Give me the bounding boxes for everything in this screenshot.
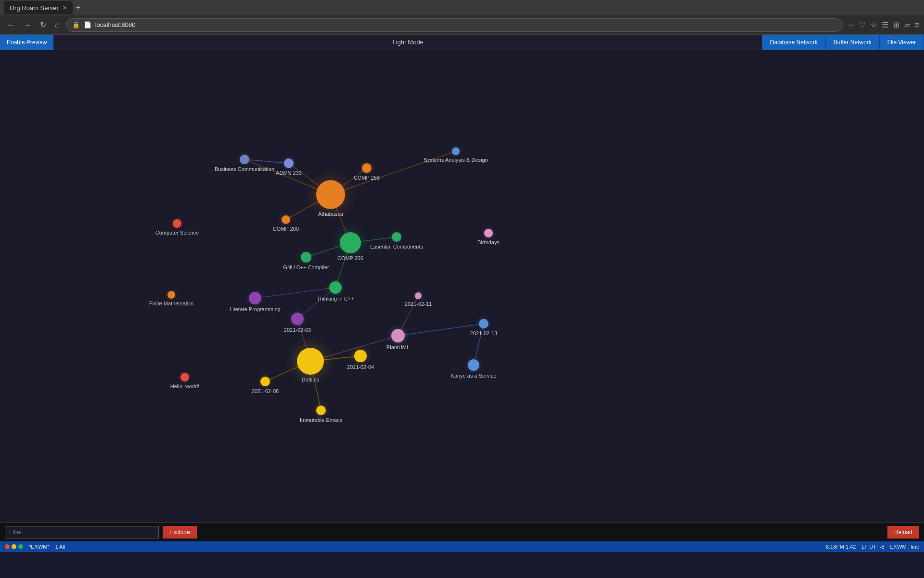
node-date_2021_02_11[interactable] xyxy=(415,292,422,299)
status-workspace: *EXWM* xyxy=(29,544,50,550)
svg-line-8 xyxy=(255,288,335,298)
node-label-admn233: ADMN 233 xyxy=(276,170,302,176)
node-label-literate_prog: Literate Programming xyxy=(230,306,281,312)
node-gnu_cpp[interactable] xyxy=(301,252,311,263)
more-icon[interactable]: ··· xyxy=(847,21,853,29)
node-kanye[interactable] xyxy=(468,359,479,371)
app-bar: Enable Preview Light Mode Database Netwo… xyxy=(0,35,924,50)
home-button[interactable]: ⌂ xyxy=(52,20,62,30)
nav-tabs: Database Network Buffer Network File Vie… xyxy=(762,35,924,50)
node-label-thinking_cpp: Thinking in C++ xyxy=(317,296,354,302)
node-date_2021_02_03[interactable] xyxy=(291,313,304,325)
tab-title: Org Roam Server xyxy=(10,4,59,12)
node-date_2021_02_08[interactable] xyxy=(260,377,270,386)
node-plantuml[interactable] xyxy=(391,329,405,342)
tab-database-network[interactable]: Database Network xyxy=(762,35,826,50)
light-mode-label: Light Mode xyxy=(53,39,762,46)
node-admn233[interactable] xyxy=(284,158,294,168)
bottom-bar: Exclude Reload xyxy=(0,522,924,541)
browser-tab[interactable]: Org Roam Server ✕ xyxy=(4,1,73,14)
node-athabasca[interactable] xyxy=(316,180,345,209)
node-label-date_2021_02_11: 2021-02-11 xyxy=(405,301,432,307)
toolbar-icons: ··· ♡ ☆ ☰ ⊞ ▱ ≡ xyxy=(847,20,919,29)
status-bar: *EXWM* 1 All 8:18PM 1.42 LF UTF-8 EXWM :… xyxy=(0,541,924,552)
svg-line-9 xyxy=(297,288,335,319)
node-date_2021_02_04[interactable] xyxy=(354,350,367,362)
grid-icon[interactable]: ⊞ xyxy=(893,20,899,29)
node-label-finite_math: Finite Mathematics xyxy=(149,301,193,306)
enable-preview-button[interactable]: Enable Preview xyxy=(0,35,53,50)
status-time: 8:18PM 1.42 xyxy=(826,544,856,550)
node-label-computer_science: Computer Science xyxy=(155,230,199,236)
svg-line-20 xyxy=(244,159,289,163)
node-label-date_2021_02_03: 2021-02-03 xyxy=(284,327,311,333)
node-systems_analysis[interactable] xyxy=(452,147,460,155)
bookmark-icon[interactable]: ♡ xyxy=(859,20,865,29)
node-label-comp200: COMP 200 xyxy=(273,226,299,232)
node-label-comp268: COMP 268 xyxy=(354,175,380,181)
node-business_comm[interactable] xyxy=(240,155,249,164)
address-bar-row: ← → ↻ ⌂ 🔒 📄 localhost:8080 ··· ♡ ☆ ☰ ⊞ ▱… xyxy=(0,15,924,35)
node-birthdays[interactable] xyxy=(484,229,493,237)
new-tab-button[interactable]: + xyxy=(73,3,84,13)
node-label-birthdays: Birthdays xyxy=(477,239,500,245)
dot-red xyxy=(5,544,10,549)
node-hello_world[interactable] xyxy=(180,373,189,381)
dot-green xyxy=(18,544,23,549)
tab-file-viewer[interactable]: File Viewer xyxy=(880,35,924,50)
security-icon: 🔒 xyxy=(72,21,80,28)
status-encoding: LF UTF-8 xyxy=(861,544,884,550)
reading-icon[interactable]: ☰ xyxy=(882,20,888,29)
refresh-button[interactable]: ↻ xyxy=(38,19,49,30)
node-label-comp206: COMP 206 xyxy=(337,255,363,261)
exclude-button[interactable]: Exclude xyxy=(163,526,197,539)
node-comp200[interactable] xyxy=(282,215,290,224)
node-label-kanye: Kanye as a Service xyxy=(451,373,497,379)
node-immutable_emacs[interactable] xyxy=(316,406,326,415)
node-label-gnu_cpp: GNU C++ Compiler xyxy=(283,264,329,270)
dot-yellow xyxy=(12,544,16,549)
node-label-date_2021_02_04: 2021-02-04 xyxy=(347,364,374,370)
node-label-immutable_emacs: Immutable Emacs xyxy=(300,417,342,423)
node-label-date_2021_02_13: 2021-02-13 xyxy=(470,330,497,336)
node-dotfiles[interactable] xyxy=(297,348,324,375)
svg-line-19 xyxy=(331,151,456,195)
address-bar[interactable]: 🔒 📄 localhost:8080 xyxy=(66,18,844,32)
filter-input[interactable] xyxy=(5,526,159,539)
graph-area: AthabascaCOMP 206ADMN 233COMP 268Busines… xyxy=(0,50,924,522)
tab-bar: Org Roam Server ✕ + xyxy=(0,0,924,15)
split-icon[interactable]: ▱ xyxy=(904,20,910,29)
status-dots xyxy=(5,544,23,549)
node-finite_math[interactable] xyxy=(167,291,175,299)
node-label-systems_analysis: Systems Analysis & Design xyxy=(424,157,488,163)
status-mode: EXWM : line xyxy=(890,544,919,550)
node-label-date_2021_02_08: 2021-02-08 xyxy=(252,388,279,394)
node-label-business_comm: Business Communication xyxy=(215,166,274,172)
tab-buffer-network[interactable]: Buffer Network xyxy=(826,35,880,50)
star-icon[interactable]: ☆ xyxy=(870,20,877,29)
menu-icon[interactable]: ≡ xyxy=(915,21,919,29)
status-window: 1 All xyxy=(55,544,65,550)
node-comp268[interactable] xyxy=(362,163,372,173)
node-label-hello_world: Hello, world! xyxy=(170,383,200,389)
back-button[interactable]: ← xyxy=(5,20,17,30)
node-label-dotfiles: Dotfiles xyxy=(302,377,320,382)
url-text: localhost:8080 xyxy=(95,21,136,28)
node-label-athabasca: Athabasca xyxy=(318,211,343,217)
page-icon: 📄 xyxy=(84,21,91,28)
node-label-essential_components: Essential Components xyxy=(370,244,423,250)
node-date_2021_02_13[interactable] xyxy=(479,319,488,328)
forward-button[interactable]: → xyxy=(21,20,34,30)
graph-svg xyxy=(0,50,924,522)
tab-close-icon[interactable]: ✕ xyxy=(63,5,67,11)
svg-line-18 xyxy=(474,324,484,365)
node-literate_prog[interactable] xyxy=(249,292,261,304)
node-comp206[interactable] xyxy=(340,232,361,253)
reload-button[interactable]: Reload xyxy=(887,526,919,539)
svg-line-17 xyxy=(398,324,484,336)
node-computer_science[interactable] xyxy=(173,219,181,228)
node-thinking_cpp[interactable] xyxy=(329,281,342,294)
node-label-plantuml: PlantUML xyxy=(386,344,410,350)
node-essential_components[interactable] xyxy=(392,232,401,242)
